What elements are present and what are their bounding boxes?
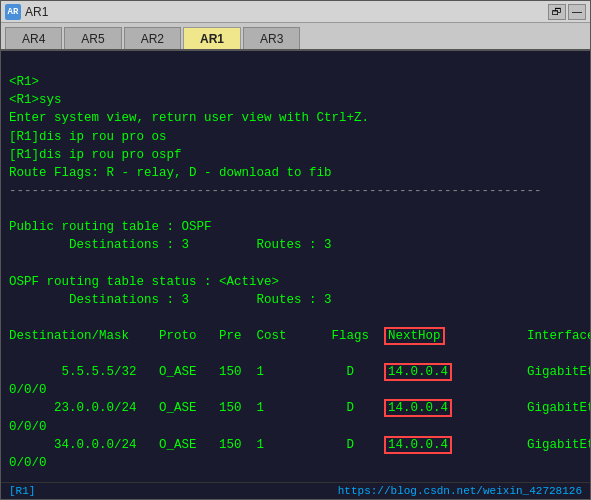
nexthop-cell-3: 14.0.0.4 (384, 436, 452, 454)
terminal-line: Destinations : 3 Routes : 3 (9, 236, 582, 254)
status-bar-right: https://blog.csdn.net/weixin_42728126 (338, 485, 582, 497)
terminal-line: [R1]dis ip rou pro os (9, 128, 582, 146)
nexthop-header-highlight: NextHop (384, 327, 445, 345)
table-header: Destination/Mask Proto Pre Cost Flags Ne… (9, 327, 582, 345)
terminal-line (9, 472, 582, 482)
tab-AR1[interactable]: AR1 (183, 27, 241, 49)
table-row-cont: 0/0/0 (9, 381, 582, 399)
title-bar: AR AR1 🗗 — (1, 1, 590, 23)
table-row: 34.0.0.0/24 O_ASE 150 1 D 14.0.0.4 Gigab… (9, 436, 582, 454)
main-window: AR AR1 🗗 — AR4 AR5 AR2 AR1 AR3 <R1> <R1>… (0, 0, 591, 500)
terminal-line: <R1> (9, 73, 582, 91)
tab-bar: AR4 AR5 AR2 AR1 AR3 (1, 23, 590, 51)
terminal-line: OSPF routing table status : <Active> (9, 273, 582, 291)
terminal-line (9, 200, 582, 218)
table-row-cont: 0/0/0 (9, 454, 582, 472)
tab-AR3[interactable]: AR3 (243, 27, 300, 49)
title-controls: 🗗 — (548, 4, 586, 20)
app-icon-label: AR (8, 7, 19, 17)
table-row: 23.0.0.0/24 O_ASE 150 1 D 14.0.0.4 Gigab… (9, 399, 582, 417)
minimize-button[interactable]: — (568, 4, 586, 20)
terminal-line: <R1>sys (9, 91, 582, 109)
terminal-line (9, 345, 582, 363)
terminal-line (9, 309, 582, 327)
terminal-output: <R1> <R1>sys Enter system view, return u… (1, 51, 590, 482)
app-icon: AR (5, 4, 21, 20)
table-row-cont: 0/0/0 (9, 418, 582, 436)
tab-AR5[interactable]: AR5 (64, 27, 121, 49)
nexthop-cell-2: 14.0.0.4 (384, 399, 452, 417)
table-row: 5.5.5.5/32 O_ASE 150 1 D 14.0.0.4 Gigabi… (9, 363, 582, 381)
tab-AR2[interactable]: AR2 (124, 27, 181, 49)
status-bar: [R1] https://blog.csdn.net/weixin_427281… (1, 482, 590, 499)
restore-button[interactable]: 🗗 (548, 4, 566, 20)
terminal-line (9, 254, 582, 272)
terminal-line: [R1]dis ip rou pro ospf (9, 146, 582, 164)
title-bar-left: AR AR1 (5, 4, 48, 20)
terminal-line: Route Flags: R - relay, D - download to … (9, 164, 582, 182)
terminal-line: Destinations : 3 Routes : 3 (9, 291, 582, 309)
status-bar-left: [R1] (9, 485, 35, 497)
tab-AR4[interactable]: AR4 (5, 27, 62, 49)
terminal-line: Enter system view, return user view with… (9, 109, 582, 127)
terminal-separator: ----------------------------------------… (9, 182, 582, 200)
terminal-line: Public routing table : OSPF (9, 218, 582, 236)
terminal-line (9, 55, 582, 73)
nexthop-cell-1: 14.0.0.4 (384, 363, 452, 381)
window-title: AR1 (25, 5, 48, 19)
